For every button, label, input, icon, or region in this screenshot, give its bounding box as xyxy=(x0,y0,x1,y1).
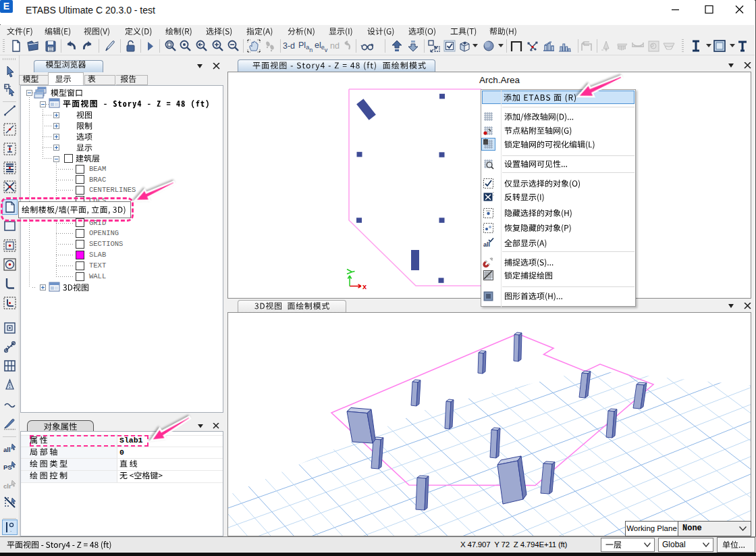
svg-text:x: x xyxy=(362,282,367,290)
svg-text:.: . xyxy=(10,527,11,533)
svg-text:all: all xyxy=(3,446,11,453)
svg-text:clr: clr xyxy=(3,482,11,490)
svg-text:all: all xyxy=(483,241,490,248)
svg-text:PS: PS xyxy=(3,463,12,471)
